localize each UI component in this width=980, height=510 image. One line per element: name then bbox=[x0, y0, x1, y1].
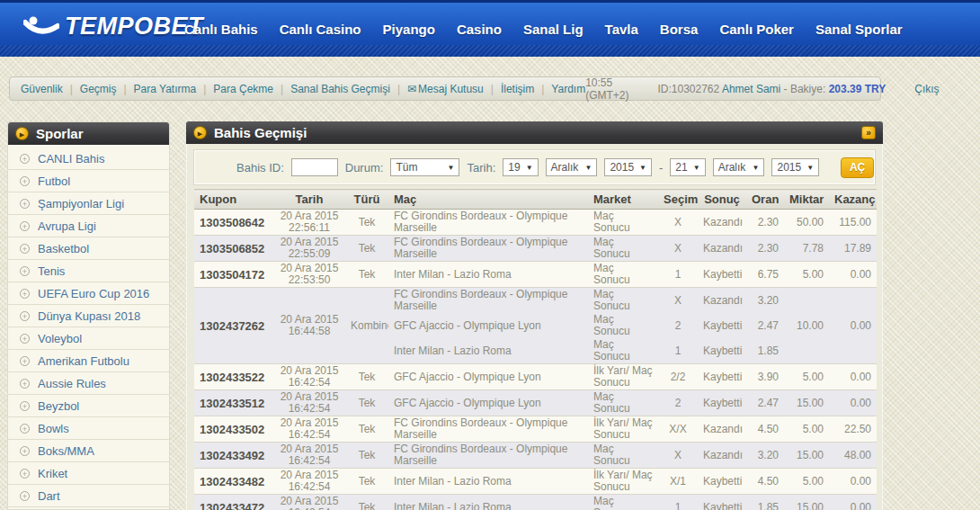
nav-item-sanal-sporlar[interactable]: Sanal Sporlar bbox=[815, 22, 903, 37]
user-link-mesaj-kutusu[interactable]: ✉Mesaj Kutusu bbox=[407, 83, 484, 95]
to-day-select[interactable]: 21 ▼ bbox=[670, 158, 705, 176]
winnings-cell: 0.00 bbox=[829, 288, 877, 364]
logout-link[interactable]: Çıkış bbox=[914, 83, 939, 95]
coupon-cell: 1302433502 bbox=[194, 416, 273, 443]
coupon-cell: 1302433472 bbox=[194, 495, 273, 510]
stake-cell: 7.78 bbox=[784, 236, 829, 262]
column-header-kazanç[interactable]: Kazanç bbox=[829, 190, 877, 210]
sidebar-item-dart[interactable]: +Dart bbox=[8, 485, 169, 507]
sidebar-item-kriket[interactable]: +Kriket bbox=[8, 462, 169, 485]
sidebar-item-futbol[interactable]: +Futbol bbox=[8, 170, 169, 192]
chevron-down-icon: ▼ bbox=[693, 164, 700, 172]
date-cell: 20 Ara 201516:42:54 bbox=[273, 390, 345, 416]
pick-cell: X bbox=[658, 288, 698, 314]
user-link-i̇letişim[interactable]: İletişim bbox=[501, 83, 534, 95]
user-links: Güvenlik|Geçmiş|Para Yatırma|Para Çekme|… bbox=[21, 83, 585, 95]
separator: | bbox=[491, 83, 494, 95]
nav-item-canlı-poker[interactable]: Canlı Poker bbox=[719, 22, 794, 37]
user-link-para-yatırma[interactable]: Para Yatırma bbox=[134, 83, 197, 95]
nav-item-canlı-bahis[interactable]: Canlı Bahis bbox=[184, 22, 258, 37]
sidebar-item-dünya-kupası-2018[interactable]: +Dünya Kupası 2018 bbox=[8, 305, 169, 327]
winnings-cell: 0.00 bbox=[829, 469, 877, 495]
user-link-para-çekme[interactable]: Para Çekme bbox=[213, 83, 273, 95]
sidebar-item-label: Kriket bbox=[38, 467, 67, 480]
stake-cell: 5.00 bbox=[784, 469, 829, 495]
separator: | bbox=[123, 83, 126, 95]
sidebar-item-uefa-euro-cup-2016[interactable]: +UEFA Euro Cup 2016 bbox=[8, 282, 169, 305]
nav-item-canlı-casino[interactable]: Canlı Casino bbox=[280, 22, 361, 37]
user-link-sanal-bahis-geçmişi[interactable]: Sanal Bahis Geçmişi bbox=[290, 83, 390, 95]
bet-id-input[interactable] bbox=[291, 158, 338, 176]
match-cell: Inter Milan - Lazio Roma bbox=[388, 495, 588, 510]
bet-history-table: KuponTarihTürüMaçMarketSeçimSonuçOranMik… bbox=[194, 189, 877, 510]
arrow-badge-icon: ▶ bbox=[15, 127, 29, 140]
column-header-türü[interactable]: Türü bbox=[345, 190, 388, 210]
sidebar-header[interactable]: ▶ Sporlar bbox=[8, 122, 169, 145]
type-cell: Tek bbox=[345, 416, 388, 443]
column-header-tarih[interactable]: Tarih bbox=[273, 190, 345, 210]
sidebar-item-label: Şampiyonlar Ligi bbox=[38, 197, 124, 210]
type-cell: Tek bbox=[345, 390, 388, 416]
column-header-sonuç[interactable]: Sonuç bbox=[698, 190, 746, 210]
from-month-select[interactable]: Aralık ▼ bbox=[546, 158, 598, 176]
expand-plus-icon: + bbox=[20, 289, 30, 299]
main-panel: ▶ Bahis Geçmişi » Bahis ID: Durum: Tüm ▼… bbox=[186, 121, 883, 510]
nav-item-casino[interactable]: Casino bbox=[457, 22, 502, 37]
sidebar-item-basketbol[interactable]: +Basketbol bbox=[8, 237, 169, 260]
to-month-select[interactable]: Aralık ▼ bbox=[713, 158, 765, 176]
expand-plus-icon: + bbox=[20, 469, 30, 479]
date-cell: 20 Ara 201522:55:09 bbox=[273, 236, 345, 262]
column-header-oran[interactable]: Oran bbox=[746, 190, 784, 210]
column-header-kupon[interactable]: Kupon bbox=[194, 190, 273, 210]
sidebar-item-boks-mma[interactable]: +Boks/MMA bbox=[8, 440, 169, 462]
sidebar-item-bowls[interactable]: +Bowls bbox=[8, 417, 169, 440]
chevron-down-icon: ▼ bbox=[639, 164, 646, 172]
sidebar-item-label: Boks/MMA bbox=[38, 444, 94, 458]
market-cell: Maç Sonucu bbox=[588, 313, 658, 338]
nav-item-piyango[interactable]: Piyango bbox=[383, 22, 435, 37]
winnings-cell: 48.00 bbox=[829, 443, 877, 469]
nav-item-tavla[interactable]: Tavla bbox=[605, 22, 638, 37]
type-cell: Tek bbox=[345, 364, 388, 390]
sidebar-item-avrupa-ligi[interactable]: +Avrupa Ligi bbox=[8, 215, 169, 237]
from-year-select[interactable]: 2015 ▼ bbox=[604, 158, 652, 176]
user-link-geçmiş[interactable]: Geçmiş bbox=[80, 83, 117, 95]
sidebar-item-şampiyonlar-ligi[interactable]: +Şampiyonlar Ligi bbox=[8, 192, 169, 215]
sidebar-item-tenis[interactable]: +Tenis bbox=[8, 260, 169, 282]
user-link-güvenlik[interactable]: Güvenlik bbox=[21, 83, 63, 95]
search-button[interactable]: AÇ bbox=[841, 157, 874, 178]
to-year-select[interactable]: 2015 ▼ bbox=[771, 158, 819, 176]
sidebar-item-label: Avrupa Ligi bbox=[38, 219, 96, 233]
winnings-cell: 0.00 bbox=[829, 262, 877, 288]
collapse-toggle-icon[interactable]: » bbox=[861, 126, 876, 139]
result-cell: Kaybetti bbox=[698, 469, 746, 495]
sidebar-item-amerikan-futbolu[interactable]: +Amerikan Futbolu bbox=[8, 350, 169, 372]
expand-plus-icon: + bbox=[20, 491, 30, 501]
coupon-cell: 1302433482 bbox=[194, 469, 273, 495]
sidebar-item-voleybol[interactable]: +Voleybol bbox=[8, 327, 169, 350]
bet-row: 130243350220 Ara 201516:42:54TekFC Giron… bbox=[194, 416, 877, 443]
time-value: 16:44:58 bbox=[279, 326, 340, 337]
brand-logo[interactable]: TEMPOBET bbox=[23, 13, 203, 40]
nav-item-sanal-lig[interactable]: Sanal Lig bbox=[523, 22, 584, 37]
status-select[interactable]: Tüm ▼ bbox=[390, 158, 459, 176]
bet-row: 130243347220 Ara 201516:42:54TekInter Mi… bbox=[194, 495, 877, 510]
match-cell: FC Girondins Bordeaux - Olympique Marsei… bbox=[388, 236, 588, 262]
from-day-select[interactable]: 19 ▼ bbox=[503, 158, 538, 176]
user-name-link[interactable]: Ahmet Sami bbox=[722, 83, 780, 95]
result-cell: Kaybetti bbox=[698, 390, 746, 416]
column-header-maç[interactable]: Maç bbox=[388, 190, 588, 210]
column-header-seçim[interactable]: Seçim bbox=[658, 190, 698, 210]
column-header-miktar[interactable]: Miktar bbox=[784, 190, 829, 210]
match-cell: FC Girondins Bordeaux - Olympique Marsei… bbox=[388, 288, 588, 314]
odds-cell: 3.90 bbox=[746, 364, 784, 390]
sidebar-item-beyzbol[interactable]: +Beyzbol bbox=[8, 395, 169, 417]
nav-item-borsa[interactable]: Borsa bbox=[660, 22, 699, 37]
winnings-cell: 115.00 bbox=[829, 210, 877, 236]
user-link-yardım[interactable]: Yardım bbox=[551, 83, 585, 95]
sidebar-item-canli-bahis[interactable]: +CANLI Bahis bbox=[8, 148, 169, 170]
column-header-market[interactable]: Market bbox=[588, 190, 658, 210]
coupon-cell: 1302433492 bbox=[194, 443, 273, 469]
match-cell: Inter Milan - Lazio Roma bbox=[388, 262, 588, 288]
sidebar-item-aussie-rules[interactable]: +Aussie Rules bbox=[8, 372, 169, 395]
